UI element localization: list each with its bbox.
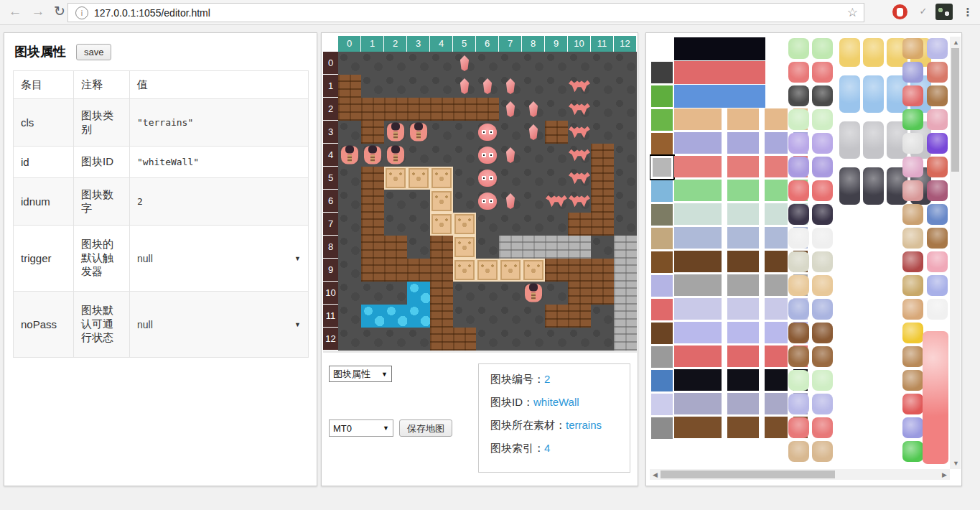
tile-brown-brick[interactable] <box>651 133 673 154</box>
map-tile-wall-white[interactable] <box>545 236 568 259</box>
map-tile-wall-brown[interactable] <box>338 75 361 98</box>
wooden-sign[interactable] <box>927 228 948 249</box>
key-yellow[interactable] <box>902 38 923 59</box>
book-red[interactable] <box>902 251 923 272</box>
blue-ghost-4frames-frame1[interactable] <box>863 75 884 113</box>
autotile-purple-stone-1[interactable] <box>727 393 759 414</box>
autotile-brown-ledge-1[interactable] <box>727 417 759 438</box>
avatar[interactable] <box>935 4 953 20</box>
floor-select[interactable]: MT0▼ <box>329 419 393 437</box>
map-tile-floor-dark[interactable] <box>545 98 568 121</box>
map-tile-floor-dark[interactable] <box>476 282 499 305</box>
silver-knight-4frames-frame1[interactable] <box>863 121 884 159</box>
npc-wizard[interactable] <box>927 133 948 154</box>
angel-4frames-frame0[interactable] <box>839 38 860 67</box>
autotile-red-wall-0[interactable] <box>674 156 722 177</box>
map-tile-wall-decor-tan[interactable] <box>522 259 545 282</box>
autotile-night-small-2[interactable] <box>765 369 788 391</box>
tile-dark-brick[interactable] <box>651 323 673 344</box>
back-icon[interactable]: ← <box>6 2 24 21</box>
horizontal-scroll-thumb[interactable] <box>661 470 835 478</box>
scroll-left-icon[interactable]: ◀ <box>653 471 658 478</box>
tile-white-wall[interactable] <box>651 157 673 178</box>
map-tile-bat-red[interactable] <box>568 75 591 98</box>
map-tile-floor-dark[interactable] <box>338 167 361 190</box>
map-tile-floor-dark[interactable] <box>591 75 614 98</box>
map-tile-wall-brown[interactable] <box>430 305 453 328</box>
reload-icon[interactable]: ↻ <box>50 2 69 21</box>
strip-water[interactable] <box>674 85 765 108</box>
map-tile-floor-dark[interactable] <box>407 328 430 351</box>
map-tile-floor-dark[interactable] <box>338 213 361 236</box>
save-map-button[interactable]: 保存地图 <box>399 419 452 437</box>
map-tile-wall-decor-tan[interactable] <box>476 259 499 282</box>
star-yellow[interactable] <box>902 323 923 343</box>
map-tile-wall-decor-tan[interactable] <box>430 167 453 190</box>
map-tile-wall-brown[interactable] <box>407 98 430 121</box>
map-tile-floor-dark[interactable] <box>338 236 361 259</box>
tile-tan-rock[interactable] <box>651 228 673 249</box>
npc-royal[interactable] <box>927 180 948 201</box>
map-tile-floor-dark[interactable] <box>407 75 430 98</box>
map-tile-floor-dark[interactable] <box>591 121 614 144</box>
autotile-pillars-2[interactable] <box>765 298 788 320</box>
map-tile-gem-red[interactable] <box>522 121 545 144</box>
key-blue[interactable] <box>902 62 923 83</box>
map-tile-floor-dark[interactable] <box>476 305 499 328</box>
prop-value-input[interactable]: 2 <box>130 178 309 226</box>
autotile-pillars-1[interactable] <box>727 298 759 320</box>
map-tile-wall-brown[interactable] <box>568 259 591 282</box>
strip-lava[interactable] <box>674 61 765 84</box>
sand-monster-pair[interactable] <box>788 441 833 462</box>
map-tile-floor-dark[interactable] <box>338 259 361 282</box>
map-tile-wall-brown[interactable] <box>476 98 499 121</box>
face-pink[interactable] <box>927 251 948 272</box>
map-tile-floor-dark[interactable] <box>361 282 384 305</box>
skeleton-warrior-pair[interactable] <box>788 275 833 296</box>
map-tile-floor-dark[interactable] <box>338 190 361 213</box>
blue-ghost-4frames-frame0[interactable] <box>839 75 860 113</box>
map-tile-floor-dark[interactable] <box>338 282 361 305</box>
map-tile-wall-brown[interactable] <box>453 328 476 351</box>
map-tile-wall-brown[interactable] <box>591 167 614 190</box>
map-tile-floor-dark[interactable] <box>499 282 522 305</box>
skeleton-white-pair[interactable] <box>788 228 833 249</box>
map-tile-floor-dark[interactable] <box>476 236 499 259</box>
map-tile-floor-dark[interactable] <box>499 213 522 236</box>
map-tile-floor-dark[interactable] <box>453 121 476 144</box>
feather-1[interactable] <box>902 346 923 367</box>
map-tile-bat-red[interactable] <box>568 144 591 167</box>
map-tile-water[interactable] <box>361 305 384 328</box>
mode-select[interactable]: 图块属性▼ <box>329 366 392 382</box>
map-tile-wall-brown[interactable] <box>361 259 384 282</box>
vampire-pair[interactable] <box>788 204 833 225</box>
map-tile-wall-brown[interactable] <box>384 259 407 282</box>
map-tile-floor-dark[interactable] <box>361 328 384 351</box>
map-tile-floor-dark[interactable] <box>522 52 545 75</box>
map-tile-bat-red[interactable] <box>568 98 591 121</box>
star-icon[interactable]: ☆ <box>847 5 858 20</box>
map-tile-wall-brown[interactable] <box>361 98 384 121</box>
red-hand-extension-icon[interactable] <box>892 4 907 19</box>
scroll-right-icon[interactable]: ▶ <box>942 471 947 478</box>
map-tile-gem-red[interactable] <box>499 75 522 98</box>
map-tile-wall-brown[interactable] <box>591 259 614 282</box>
autotile-tan-wall-2[interactable] <box>765 108 788 130</box>
map-tile-wall-brown[interactable] <box>361 190 384 213</box>
map-tile-wall-brown[interactable] <box>430 282 453 305</box>
map-tile-wall-brown[interactable] <box>361 236 384 259</box>
map-tile-floor-dark[interactable] <box>384 52 407 75</box>
save-button[interactable]: save <box>76 44 111 60</box>
map-tile-floor-dark[interactable] <box>499 328 522 351</box>
map-tile-wall-brown[interactable] <box>407 259 430 282</box>
autotile-blue-stone-1[interactable] <box>727 227 759 249</box>
map-tile-floor-dark[interactable] <box>499 167 522 190</box>
gem-green[interactable] <box>902 441 923 462</box>
tile-lavender[interactable] <box>651 275 673 297</box>
autotile-lava-small-0[interactable] <box>674 346 722 367</box>
map-tile-floor-dark[interactable] <box>384 282 407 305</box>
map-tile-slime-red[interactable] <box>476 144 499 167</box>
npc-fighter[interactable] <box>927 85 948 106</box>
tile-grass[interactable] <box>651 85 673 107</box>
map-tile-water[interactable] <box>407 282 430 305</box>
